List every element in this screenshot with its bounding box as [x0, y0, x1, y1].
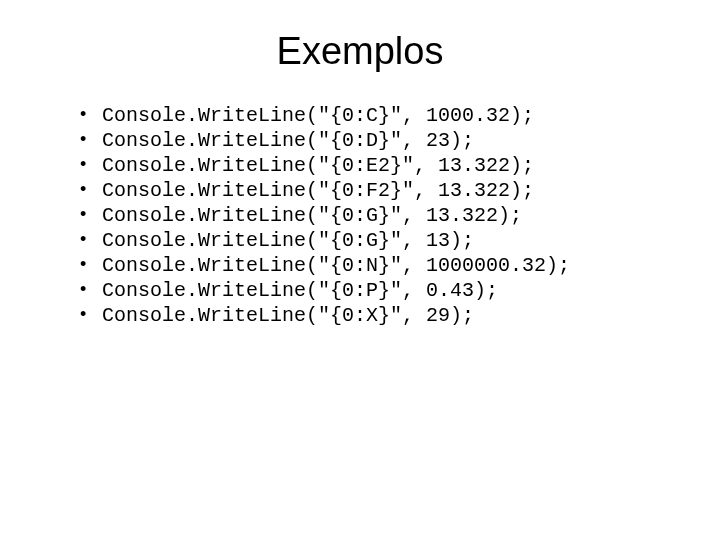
list-item: Console.WriteLine("{0:F2}", 13.322); — [80, 178, 660, 203]
list-item: Console.WriteLine("{0:D}", 23); — [80, 128, 660, 153]
slide-title: Exemplos — [60, 30, 660, 73]
list-item: Console.WriteLine("{0:X}", 29); — [80, 303, 660, 328]
code-list: Console.WriteLine("{0:C}", 1000.32); Con… — [80, 103, 660, 328]
list-item: Console.WriteLine("{0:P}", 0.43); — [80, 278, 660, 303]
list-item: Console.WriteLine("{0:G}", 13.322); — [80, 203, 660, 228]
list-item: Console.WriteLine("{0:E2}", 13.322); — [80, 153, 660, 178]
list-item: Console.WriteLine("{0:G}", 13); — [80, 228, 660, 253]
list-item: Console.WriteLine("{0:C}", 1000.32); — [80, 103, 660, 128]
list-item: Console.WriteLine("{0:N}", 1000000.32); — [80, 253, 660, 278]
slide: Exemplos Console.WriteLine("{0:C}", 1000… — [0, 0, 720, 540]
